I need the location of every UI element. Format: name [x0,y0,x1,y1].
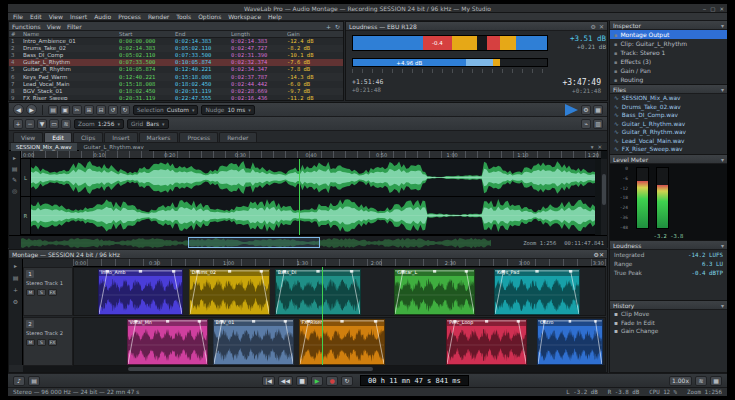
file-item[interactable]: ∿ Bass_DI_Comp.wav [610,111,727,120]
inspector-item[interactable]: ▪ Montage Output [610,30,727,39]
menu-item[interactable]: Process [118,13,141,20]
close-icon[interactable]: ✕ [599,251,604,258]
ribbon-tab[interactable]: Markers [139,132,179,142]
solo-button[interactable]: S [37,339,46,346]
clip-fade-handles[interactable] [99,270,182,314]
file-tab[interactable]: SESSION_Mix_A.wav [11,143,77,151]
range-tool-icon[interactable]: ▤ [12,165,18,172]
column-header[interactable]: Name [23,31,119,37]
clip-fade-handles[interactable] [447,320,526,364]
montage-playhead[interactable] [322,267,323,365]
ribbon-tab[interactable]: View [13,132,43,142]
play-tool-icon[interactable]: ▸ [14,262,17,269]
table-row[interactable]: 4 Guitar_L_Rhythm 0:07:33.500 0:10:05.87… [9,59,343,66]
vertical-scrollbar[interactable] [601,159,607,235]
ribbon-tab[interactable]: Clips [73,132,103,142]
marker-icon[interactable]: ▼ [37,119,47,129]
zoom-out-icon[interactable]: − [25,119,35,129]
collapse-icon[interactable]: ▾ [721,302,724,309]
audio-clip[interactable]: Guitar_L [394,269,475,315]
paste-icon[interactable]: ⊟ [96,105,106,115]
mute-button[interactable]: M [26,339,35,346]
close-icon[interactable]: ✕ [599,23,604,30]
add-track-icon[interactable]: + [13,286,18,293]
redo-icon[interactable]: ↻ [120,105,130,115]
spectrum-icon[interactable]: ≋ [61,119,71,129]
grid-field[interactable]: Grid Bars ▾ [127,119,169,129]
audio-clip[interactable]: Drums_02 [189,269,270,315]
menu-item[interactable]: View [49,13,63,20]
settings-icon[interactable]: ⚙ [591,23,596,30]
refresh-icon[interactable]: ↻ [335,23,340,30]
tracklist-toolbar-button[interactable]: Functions [12,23,41,30]
history-item[interactable]: ▪ Clip Move [610,310,727,319]
file-item[interactable]: ∿ SESSION_Mix_A.wav [610,94,727,103]
track-lane[interactable]: Intro_Amb Drums_02 [73,267,606,316]
solo-button[interactable]: S [37,289,46,296]
clip-fade-handles[interactable] [495,270,579,314]
loop-region-icon[interactable]: ▭ [49,119,59,129]
file-item[interactable]: ∿ FX_Riser_Sweep.wav [610,145,727,154]
clip-fade-handles[interactable] [128,320,207,364]
new-file-icon[interactable]: ▤ [48,105,58,115]
maximize-button[interactable]: ▢ [710,6,715,12]
nudge-combo[interactable]: Nudge 10 ms ▾ [201,105,254,115]
zoom-field[interactable]: Zoom 1:256 ▾ [74,119,124,129]
menu-item[interactable]: File [13,13,23,20]
table-row[interactable]: 1 Intro_Ambience_01 0:00:00.000 0:02:14.… [9,38,343,45]
table-row[interactable]: 7 Lead_Vocal_Main 0:15:18.008 0:18:02.45… [9,81,343,88]
track-header[interactable]: 2 Stereo Track 2 M S FX [23,317,73,366]
collapse-icon[interactable]: ▾ [721,86,724,93]
grid-icon[interactable]: ▦ [710,376,722,386]
clip-fade-handles[interactable] [276,270,360,314]
waveform-lanes[interactable]: L R [21,159,601,235]
selection-combo[interactable]: Selection Custom ▾ [133,105,198,115]
pointer-tool-icon[interactable]: ▸ [13,154,16,161]
shuffle-icon[interactable]: ≋ [695,376,707,386]
ribbon-tab[interactable]: Render [219,132,256,142]
audio-clip[interactable]: Intro_Amb [98,269,183,315]
menu-item[interactable]: Render [148,13,169,20]
file-item[interactable]: ∿ Drums_Take_02.wav [610,103,727,112]
inspector-item[interactable]: ▪ Gain / Pan [610,66,727,75]
montage-settings-icon[interactable]: ⚙ [13,298,18,305]
audio-clip[interactable]: FX_Riser [299,319,385,365]
table-row[interactable]: 3 Bass_DI_Comp 0:05:02.110 0:07:33.500 0… [9,52,343,59]
clip-fade-handles[interactable] [395,270,474,314]
monitor-icon[interactable]: ▤ [28,376,40,386]
ribbon-tab[interactable]: Process [179,132,218,142]
menu-item[interactable]: Insert [70,13,87,20]
column-header[interactable]: Start [119,31,175,37]
audio-clip[interactable]: BGV_01 [213,319,294,365]
forward-icon[interactable]: ▶ [26,104,37,115]
inspector-item[interactable]: ▪ Clip: Guitar_L_Rhythm [610,39,727,48]
rewind-button[interactable]: ◀◀ [278,376,293,386]
track-lane[interactable]: Vocal_Mn BGV_01 [73,317,606,366]
fx-button[interactable]: FX [48,289,57,296]
playhead-cursor[interactable] [299,159,300,235]
go-start-button[interactable]: |◀ [262,376,275,386]
waveform-lane-right[interactable]: R [21,197,595,235]
close-tab-icon[interactable]: ✕ [597,144,602,150]
audio-clip[interactable]: Vocal_Mn [127,319,208,365]
menu-item[interactable]: Edit [30,13,42,20]
ribbon-tab[interactable]: Insert [104,132,137,142]
history-item[interactable]: ▪ Fade In Edit [610,319,727,328]
menu-item[interactable]: Tools [176,13,191,20]
audio-clip[interactable]: Perc_Loop [446,319,527,365]
undo-icon[interactable]: ↺ [108,105,118,115]
track-list-icon[interactable]: ▤ [13,274,19,281]
metronome-icon[interactable]: ♪ [13,376,25,386]
cut-icon[interactable]: ✂ [72,105,82,115]
close-button[interactable]: ✕ [719,6,724,12]
track-header[interactable]: 1 Stereo Track 1 M S FX [23,267,73,316]
table-row[interactable]: 5 Guitar_R_Rhythm 0:10:05.874 0:12:40.22… [9,66,343,73]
back-icon[interactable]: ◀ [13,104,24,115]
zoom-in-icon[interactable]: + [13,119,23,129]
fx-button[interactable]: FX [48,339,57,346]
ribbon-tab[interactable]: Edit [44,132,72,142]
scroll-lock-icon[interactable]: ▥ [593,119,603,129]
dropdown-icon[interactable]: ▾ [591,144,594,150]
menu-item[interactable]: Audio [94,13,111,20]
copy-icon[interactable]: ⊞ [84,105,94,115]
